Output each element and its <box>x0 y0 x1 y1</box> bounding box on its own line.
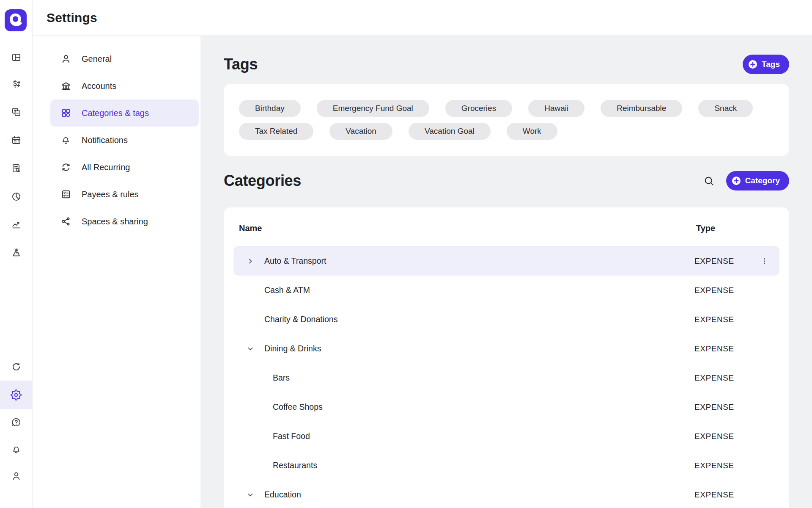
table-row[interactable]: Fast FoodEXPENSE <box>233 422 779 451</box>
sidebar-item-label: Payees & rules <box>82 190 139 199</box>
sidebar-item-label: Spaces & sharing <box>82 217 148 226</box>
calendar-icon <box>11 135 22 146</box>
chevron-down-icon[interactable] <box>247 345 254 353</box>
bell-icon <box>60 135 71 146</box>
bell-icon <box>11 444 22 455</box>
rail-item-pie-chart[interactable] <box>0 188 32 205</box>
tag-pill[interactable]: Groceries <box>445 100 512 117</box>
tag-pill[interactable]: Birthday <box>239 100 301 117</box>
rail-item-accounts[interactable] <box>0 103 32 120</box>
refresh-icon <box>11 362 22 372</box>
add-tags-button[interactable]: Tags <box>743 55 789 74</box>
category-name: Coffee Shops <box>273 402 323 412</box>
rail-item-dashboard[interactable] <box>0 49 32 66</box>
table-row[interactable]: RestaurantsEXPENSE <box>233 451 779 480</box>
category-name: Cash & ATM <box>264 285 310 295</box>
rail-item-transactions[interactable] <box>0 75 32 92</box>
categories-grid-icon <box>60 108 71 119</box>
category-type: EXPENSE <box>694 490 734 500</box>
tag-pill[interactable]: Reimbursable <box>601 100 682 117</box>
category-type: EXPENSE <box>694 286 734 295</box>
table-row[interactable]: EducationEXPENSE <box>233 480 779 508</box>
transactions-icon <box>11 79 22 89</box>
category-type: EXPENSE <box>694 315 734 324</box>
plus-circle-icon <box>732 176 741 185</box>
settings-icon <box>11 389 22 400</box>
rail-item-help[interactable] <box>0 414 32 431</box>
pie-chart-icon <box>11 191 22 202</box>
sidebar-item-payees-rules[interactable]: Payees & rules <box>50 181 199 208</box>
reports-icon <box>11 163 22 174</box>
tag-pill[interactable]: Emergency Fund Goal <box>317 100 429 117</box>
help-icon <box>11 417 22 428</box>
user-icon <box>60 53 71 64</box>
categories-title: Categories <box>224 172 301 190</box>
plus-circle-icon <box>748 60 757 69</box>
column-header-type: Type <box>696 224 715 233</box>
row-menu-button[interactable] <box>760 255 768 267</box>
goals-icon <box>11 247 22 258</box>
category-type: EXPENSE <box>694 344 734 353</box>
sidebar-item-accounts[interactable]: Accounts <box>50 72 199 99</box>
chevron-right-icon[interactable] <box>247 257 254 265</box>
category-name: Charity & Donations <box>264 315 337 324</box>
add-category-button[interactable]: Category <box>726 171 789 190</box>
tag-pill[interactable]: Vacation <box>329 123 392 140</box>
table-row[interactable]: Coffee ShopsEXPENSE <box>233 392 779 422</box>
rail-item-profile[interactable] <box>0 467 32 484</box>
sidebar-item-spaces-sharing[interactable]: Spaces & sharing <box>50 208 199 235</box>
sidebar-item-notifications[interactable]: Notifications <box>50 127 199 154</box>
category-name: Auto & Transport <box>264 256 326 266</box>
sidebar-item-label: General <box>82 54 112 64</box>
search-button[interactable] <box>703 175 715 187</box>
category-table-body: Auto & TransportEXPENSECash & ATMEXPENSE… <box>224 246 789 508</box>
chevron-down-icon[interactable] <box>247 491 254 499</box>
category-name: Fast Food <box>273 431 310 441</box>
share-icon <box>60 216 71 227</box>
category-name: Dining & Drinks <box>264 344 321 353</box>
category-name: Education <box>264 490 301 500</box>
tag-pill[interactable]: Tax Related <box>239 123 313 140</box>
tags-title: Tags <box>224 55 258 73</box>
table-header: Name Type <box>224 207 789 235</box>
tag-pill[interactable]: Work <box>507 123 557 140</box>
table-row[interactable]: Cash & ATMEXPENSE <box>233 276 779 305</box>
tag-pill[interactable]: Snack <box>698 100 753 117</box>
profile-icon <box>11 471 22 481</box>
sidebar-item-label: All Recurring <box>82 163 130 172</box>
categories-section-header: Categories Category <box>224 171 789 190</box>
rail-item-trend-chart[interactable] <box>0 216 32 233</box>
category-type: EXPENSE <box>694 403 734 412</box>
dashboard-icon <box>11 52 22 63</box>
recurring-icon <box>60 162 71 173</box>
sidebar-item-all-recurring[interactable]: All Recurring <box>50 154 199 181</box>
table-row[interactable]: Auto & TransportEXPENSE <box>233 246 779 276</box>
tag-pill[interactable]: Vacation Goal <box>409 123 491 140</box>
sidebar-item-label: Accounts <box>82 81 116 91</box>
table-row[interactable]: BarsEXPENSE <box>233 363 779 392</box>
rail-item-calendar[interactable] <box>0 132 32 149</box>
add-category-button-label: Category <box>745 176 780 185</box>
bank-icon <box>60 80 71 91</box>
categories-card: Name Type Auto & TransportEXPENSECash & … <box>224 207 789 508</box>
category-name: Restaurants <box>273 461 317 470</box>
icon-rail <box>0 0 33 508</box>
sidebar-item-categories-tags[interactable]: Categories & tags <box>50 99 199 127</box>
page-title: Settings <box>47 11 97 25</box>
category-type: EXPENSE <box>694 373 734 383</box>
sidebar-item-general[interactable]: General <box>50 45 199 72</box>
rail-item-goals[interactable] <box>0 244 32 261</box>
rail-item-settings[interactable] <box>0 387 32 403</box>
tags-section-header: Tags Tags <box>224 55 789 74</box>
table-row[interactable]: Charity & DonationsEXPENSE <box>233 305 779 334</box>
rail-item-bell[interactable] <box>0 441 32 458</box>
add-tags-button-label: Tags <box>762 60 780 69</box>
tag-pill[interactable]: Hawaii <box>528 100 584 117</box>
category-type: EXPENSE <box>694 461 734 470</box>
app-logo[interactable] <box>5 9 27 31</box>
rail-item-refresh[interactable] <box>0 358 32 375</box>
table-row[interactable]: Dining & DrinksEXPENSE <box>233 334 779 363</box>
settings-sidebar: GeneralAccountsCategories & tagsNotifica… <box>32 36 200 508</box>
accounts-icon <box>11 107 22 117</box>
rail-item-reports[interactable] <box>0 160 32 177</box>
